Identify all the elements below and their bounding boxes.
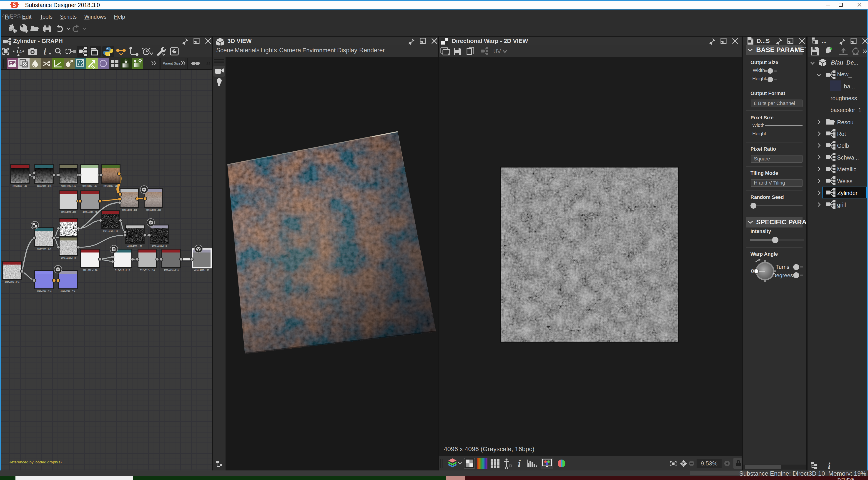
svg-text:4096x4096 - L16: 4096x4096 - L16 (152, 245, 167, 248)
svg-text:4096x4096 - C8: 4096x4096 - C8 (83, 211, 97, 214)
svg-text:4096x4096 - L16: 4096x4096 - L16 (37, 247, 52, 250)
svg-text:4096x4096 - L16: 4096x4096 - L16 (5, 281, 20, 284)
svg-text:512x512 - L16: 512x512 - L16 (140, 269, 155, 271)
svg-text:4096x4096 - L16: 4096x4096 - L16 (82, 185, 97, 187)
svg-text:UV: UV (493, 48, 501, 54)
svg-text:i: i (44, 47, 46, 56)
svg-text:0: 0 (751, 268, 754, 274)
svg-text:Degrees: Degrees (772, 272, 793, 279)
svg-text:4096x4096 - C16: 4096x4096 - C16 (103, 185, 118, 187)
svg-text:4096x4096 - L16: 4096x4096 - L16 (37, 185, 52, 187)
svg-text:i: i (828, 461, 831, 470)
svg-text:8192x8192 - L16: 8192x8192 - L16 (103, 230, 118, 233)
svg-text:Turns: Turns (776, 264, 789, 270)
svg-text:4096x4096 - C8: 4096x4096 - C8 (61, 211, 76, 214)
svg-text:1:1: 1:1 (17, 50, 22, 54)
svg-text:4096x4096 - C8: 4096x4096 - C8 (146, 209, 161, 211)
svg-text:4096x4096 - L16: 4096x4096 - L16 (164, 269, 179, 271)
svg-text:9.53%: 9.53% (701, 460, 717, 467)
svg-text:512x512 - L16: 512x512 - L16 (115, 269, 130, 271)
svg-text:4096x4096 - L16: 4096x4096 - L16 (128, 245, 142, 248)
svg-text:4096x4096 - C16: 4096x4096 - C16 (61, 290, 75, 293)
svg-text:4096x4096 - C16: 4096x4096 - C16 (37, 290, 52, 293)
svg-text:4096x4096 - C8: 4096x4096 - C8 (122, 209, 137, 211)
svg-text:4096x4096 - L16: 4096x4096 - L16 (12, 185, 27, 187)
svg-text:512x512 - L16: 512x512 - L16 (83, 269, 97, 271)
svg-text:4096x4096 - L16: 4096x4096 - L16 (194, 269, 209, 271)
svg-text:4096x4096 - L16: 4096x4096 - L16 (61, 185, 76, 187)
svg-text:4096x4096 - L16: 4096x4096 - L16 (61, 257, 76, 260)
svg-text:i: i (518, 458, 521, 469)
svg-text:Parent Size:: Parent Size: (163, 61, 181, 65)
